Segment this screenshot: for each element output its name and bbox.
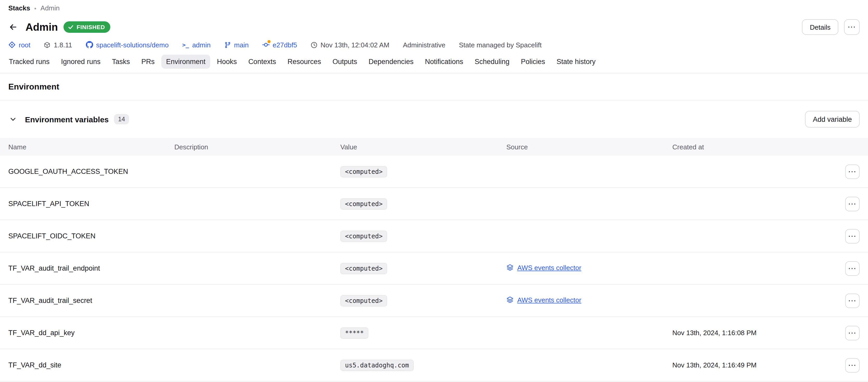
row-menu-button[interactable]: ⋯: [845, 164, 860, 179]
env-var-value: us5.datadoghq.com: [340, 359, 414, 371]
cube-icon: [44, 41, 51, 48]
tab-policies[interactable]: Policies: [516, 55, 550, 69]
stack-meta-row: root 1.8.11 spacelift-solutions/demo >_ …: [8, 40, 860, 50]
env-var-name: TF_VAR_dd_site: [8, 361, 174, 369]
source-context-link[interactable]: AWS events collector: [506, 296, 581, 304]
env-var-name: TF_VAR_audit_trail_secret: [8, 297, 174, 305]
finished-at-label: Nov 13th, 12:04:02 AM: [320, 41, 390, 49]
row-menu-button[interactable]: ⋯: [845, 229, 860, 243]
commit-link[interactable]: e27dbf5: [262, 41, 297, 49]
source-context-link[interactable]: AWS events collector: [506, 264, 581, 272]
clock-icon: [311, 41, 317, 48]
tab-prs[interactable]: PRs: [136, 55, 159, 69]
env-var-value: *****: [340, 327, 368, 339]
stack-menu-button[interactable]: ⋯: [844, 19, 860, 35]
env-variables-header: Environment variables 14 Add variable: [0, 100, 868, 138]
tab-dependencies[interactable]: Dependencies: [364, 55, 418, 69]
commit-label: e27dbf5: [273, 41, 297, 49]
back-button[interactable]: [6, 20, 20, 34]
finished-at-item: Nov 13th, 12:04:02 AM: [311, 41, 390, 49]
env-var-source: AWS events collector: [506, 264, 672, 273]
env-var-created-at: Nov 13th, 2024, 1:16:49 PM: [672, 361, 835, 369]
env-var-name: SPACELIFT_OIDC_TOKEN: [8, 232, 174, 240]
row-menu-button[interactable]: ⋯: [845, 293, 860, 308]
env-var-row: SPACELIFT_API_TOKEN <computed> ⋯: [0, 188, 868, 220]
commit-icon: [262, 41, 270, 49]
version-label: 1.8.11: [54, 41, 72, 49]
ellipsis-icon: ⋯: [847, 23, 856, 31]
row-menu-button[interactable]: ⋯: [845, 196, 860, 211]
title-row: Admin FINISHED Details ⋯: [8, 19, 860, 35]
env-var-row: TF_VAR_audit_trail_secret <computed> AWS…: [0, 285, 868, 317]
row-menu-button[interactable]: ⋯: [845, 358, 860, 372]
worker-pool-link[interactable]: >_ admin: [182, 41, 211, 49]
ellipsis-icon: ⋯: [848, 296, 857, 305]
env-var-row: TF_VAR_audit_trail_endpoint <computed> A…: [0, 252, 868, 285]
env-var-row: TF_VAR_dd_api_key ***** Nov 13th, 2024, …: [0, 317, 868, 349]
add-variable-button[interactable]: Add variable: [805, 111, 860, 128]
ellipsis-icon: ⋯: [848, 264, 857, 273]
env-var-value: <computed>: [340, 198, 388, 210]
env-var-name: GOOGLE_OAUTH_ACCESS_TOKEN: [8, 167, 174, 176]
env-var-value: <computed>: [340, 295, 388, 306]
page: Stacks • Admin Admin FINISHED Details ⋯ …: [0, 0, 868, 382]
env-var-row: SPACELIFT_OIDC_TOKEN <computed> ⋯: [0, 220, 868, 252]
tab-state-history[interactable]: State history: [552, 55, 600, 69]
tab-tasks[interactable]: Tasks: [107, 55, 134, 69]
git-branch-icon: [224, 41, 231, 48]
tab-ignored-runs[interactable]: Ignored runs: [57, 55, 105, 69]
tab-hooks[interactable]: Hooks: [212, 55, 242, 69]
column-header-description: Description: [174, 143, 340, 151]
repository-link[interactable]: spacelift-solutions/demo: [86, 41, 168, 49]
state-note-item: State managed by Spacelift: [459, 41, 542, 49]
status-badge-label: FINISHED: [76, 24, 105, 30]
breadcrumb: Stacks • Admin: [0, 0, 868, 15]
state-note-label: State managed by Spacelift: [459, 41, 542, 49]
column-header-source: Source: [506, 143, 672, 151]
breadcrumb-separator: •: [34, 5, 36, 11]
chevron-down-icon: [9, 116, 17, 123]
space-label: root: [19, 41, 30, 49]
tab-outputs[interactable]: Outputs: [328, 55, 362, 69]
env-var-source: AWS events collector: [506, 296, 672, 305]
env-var-value: <computed>: [340, 262, 388, 274]
page-title: Admin: [26, 21, 58, 33]
env-var-row: TF_VAR_dd_site us5.datadoghq.com Nov 13t…: [0, 349, 868, 381]
collapse-toggle[interactable]: [6, 113, 20, 126]
column-header-name: Name: [8, 143, 174, 151]
terminal-icon: >_: [182, 41, 189, 48]
tab-scheduling[interactable]: Scheduling: [470, 55, 514, 69]
branch-label: main: [234, 41, 248, 49]
stack-tabs: Tracked runs Ignored runs Tasks PRs Envi…: [0, 55, 868, 73]
tab-contexts[interactable]: Contexts: [244, 55, 281, 69]
breadcrumb-current: Admin: [40, 4, 60, 12]
row-menu-button[interactable]: ⋯: [845, 325, 860, 340]
source-context-label: AWS events collector: [517, 296, 581, 304]
breadcrumb-stacks[interactable]: Stacks: [8, 4, 30, 12]
repository-label: spacelift-solutions/demo: [96, 41, 168, 49]
ellipsis-icon: ⋯: [848, 361, 857, 369]
section-heading: Environment: [0, 73, 868, 100]
github-icon: [86, 41, 93, 49]
status-badge: FINISHED: [63, 21, 110, 33]
env-var-row: GOOGLE_OAUTH_ACCESS_TOKEN <computed> ⋯: [0, 156, 868, 188]
env-variables-count-badge: 14: [114, 114, 129, 124]
source-context-label: AWS events collector: [517, 264, 581, 272]
ellipsis-icon: ⋯: [848, 167, 857, 176]
branch-link[interactable]: main: [224, 41, 248, 49]
tab-notifications[interactable]: Notifications: [420, 55, 468, 69]
ellipsis-icon: ⋯: [848, 232, 857, 240]
row-menu-button[interactable]: ⋯: [845, 261, 860, 276]
env-variables-title: Environment variables: [25, 115, 109, 124]
stack-type-item: Administrative: [403, 41, 445, 49]
ellipsis-icon: ⋯: [848, 329, 857, 337]
details-button[interactable]: Details: [802, 19, 839, 35]
space-icon: [8, 41, 16, 49]
env-var-value: <computed>: [340, 230, 388, 242]
tab-resources[interactable]: Resources: [283, 55, 326, 69]
worker-pool-label: admin: [192, 41, 211, 49]
tab-environment[interactable]: Environment: [161, 55, 210, 69]
space-link[interactable]: root: [8, 41, 30, 49]
tab-tracked-runs[interactable]: Tracked runs: [4, 55, 54, 69]
env-var-name: TF_VAR_dd_api_key: [8, 329, 174, 337]
